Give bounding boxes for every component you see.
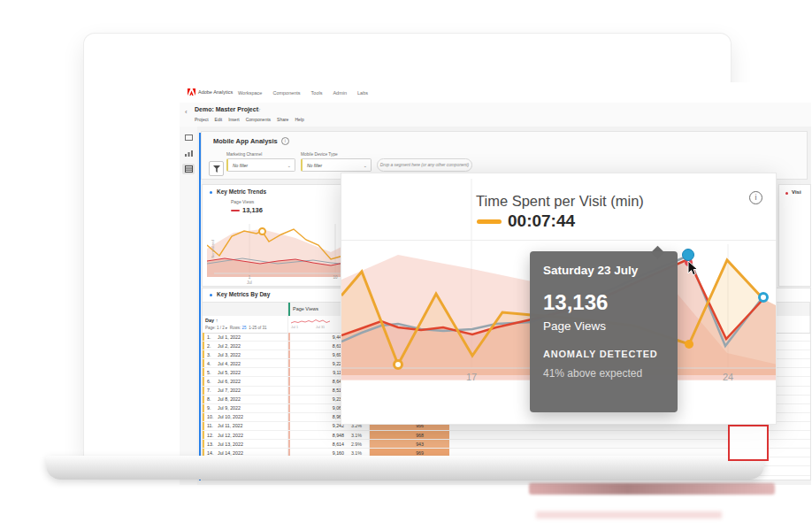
app-bar: Adobe Analytics WorkspaceComponentsTools… [180,82,811,104]
project-menu: ProjectEditInsertComponentsShareHelp [195,117,304,122]
sort-arrow-icon: ↑ [216,318,218,323]
table-row[interactable]: 12.Jul 12, 2022 8,9483.1% 968 [203,431,810,440]
filter-label: Mobile Device Type [301,152,338,157]
project-menu-item[interactable]: Insert [228,117,240,122]
segment-dropzone[interactable]: Drop a segment here (or any other compon… [377,158,472,172]
project-bar: ‹ Demo: Master Project ☆ ProjectEditInse… [180,103,811,127]
tooltip-note: 41% above expected [543,367,664,380]
project-menu-item[interactable]: Help [295,117,303,122]
funnel-icon [213,165,220,173]
legend-swatch [231,210,240,211]
top-nav-item[interactable]: Labs [357,84,368,101]
y-axis-label: Normalized [211,240,215,257]
visits-heat-cell: 968 [370,431,449,439]
project-menu-item[interactable]: Project [195,117,209,122]
top-nav-item[interactable]: Tools [311,84,323,101]
panel-title: Key Metrics By Day [217,291,270,297]
chevron-down-icon: ⌄ [364,163,367,168]
project-title: Demo: Master Project [195,106,258,112]
panel-title: Visi [792,189,801,195]
laptop-base [46,456,764,480]
x-axis-month: Jul [247,280,252,285]
anomaly-tooltip: Saturday 23 July 13,136 Page Views ANOMA… [530,251,678,412]
red-smudge-artifact [529,483,775,495]
tooltip-metric: Page Views [543,319,664,333]
panel-title: Key Metric Trends [217,188,266,195]
info-icon[interactable]: i [281,137,289,145]
chevron-down-icon: ⌄ [287,163,291,168]
chart-marker[interactable] [685,340,693,349]
chart-marker[interactable] [393,359,403,370]
chart-marker[interactable] [682,249,694,261]
top-nav-item[interactable]: Components [272,84,300,101]
top-nav-item[interactable]: Admin [333,84,347,101]
project-menu-item[interactable]: Share [277,117,288,122]
red-smudge-artifact-2 [536,511,722,518]
red-artifact-box [728,425,769,461]
tooltip-status: ANOMALY DETECTED [543,349,664,359]
panel-dot [210,191,212,194]
table-row[interactable]: 13.Jul 13, 2022 8,6142.9% 943 [203,440,810,449]
x-tick-label: 10 [333,275,337,280]
filter-label: Marketing Channel [226,152,262,157]
left-rail [180,127,198,485]
chart-marker [258,227,266,235]
chart-marker[interactable] [758,292,769,303]
x-tick-label: 17 [466,372,477,382]
visits-panel-clipped: Visi [778,184,811,287]
tooltip-date: Saturday 23 July [543,264,664,277]
rows-per-page: 25 [242,326,247,330]
page: Adobe Analytics WorkspaceComponentsTools… [0,0,812,530]
back-chevron-icon[interactable]: ‹ [185,108,188,116]
time-spent-overlay-card: Time Spent per Visit (min) 00:07:44 i 17… [341,173,777,425]
legend-metric: Page Views 13,136 [231,199,263,214]
filter-dropdown[interactable]: No filter⌄ [226,158,295,172]
filter-button[interactable] [209,161,224,176]
table-paging[interactable]: Page: 1 / 2 ▸ Rows: 25 1-25 of 31 [205,326,266,330]
panels-icon[interactable] [182,132,195,142]
top-nav-item[interactable]: Workspace [238,84,262,101]
adobe-logo-icon [188,88,195,96]
paging-arrow-icon: ▸ [226,326,227,330]
panel-dot [210,294,212,296]
cursor-icon [687,261,700,277]
day-column-header [203,303,288,317]
panel-dot [785,192,788,195]
day-sort-header[interactable]: Day ↑ [205,318,218,323]
x-tick-label: 1 [249,275,251,280]
visualizations-icon[interactable] [182,148,195,158]
x-tick-label: 24 [723,372,733,382]
filter-dropdown[interactable]: No filter⌄ [301,158,372,172]
project-menu-item[interactable]: Edit [215,117,223,122]
page-views-sparkline [291,318,330,325]
top-nav: WorkspaceComponentsToolsAdminLabs [238,82,368,103]
favorite-star-icon[interactable]: ☆ [256,106,261,113]
tooltip-value: 13,136 [543,290,664,315]
panel-title: Mobile App Analysisi [213,137,289,145]
visits-heat-cell: 943 [370,440,449,448]
components-table-icon[interactable] [182,164,195,174]
selected-panel-indicator [199,133,201,480]
project-menu-item[interactable]: Components [246,117,271,122]
app-brand: Adobe Analytics [198,89,233,95]
